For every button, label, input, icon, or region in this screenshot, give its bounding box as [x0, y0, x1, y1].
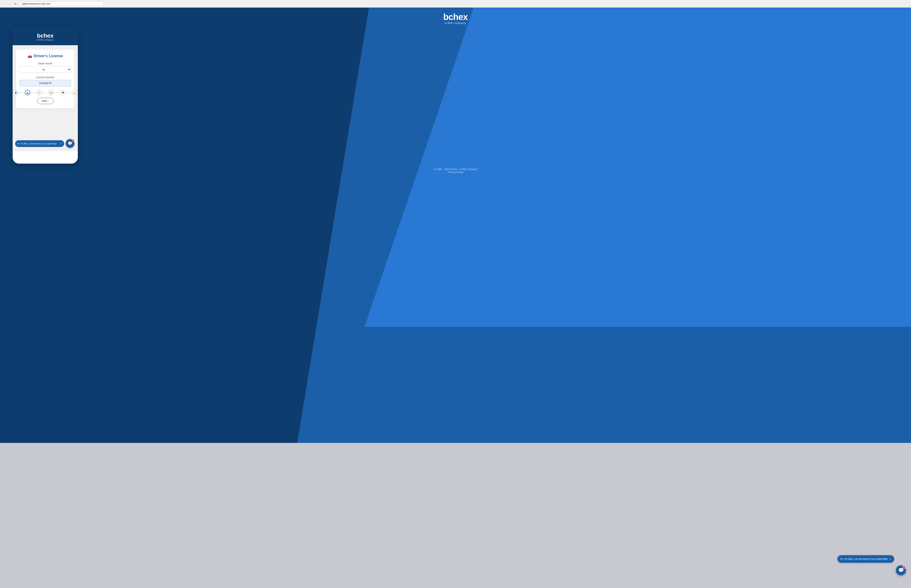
browser-chrome: ‹ › ↻ applicantexpress.bib.com	[0, 0, 911, 8]
phone-chat-tooltip: Hi, I'm Alex. Let me know if you need he…	[15, 140, 64, 147]
url-bar[interactable]: applicantexpress.bib.com	[19, 2, 104, 6]
phone-step-line-1	[18, 92, 25, 93]
site-logo: bchex a BIB company	[443, 13, 468, 24]
page-background: bchex a BIB company bchex a BIB company …	[0, 8, 911, 588]
phone-step-6: 👍	[72, 90, 78, 95]
refresh-button[interactable]: ↻	[13, 1, 18, 6]
phone-step-4: 🏠	[48, 90, 54, 95]
copyright-text: © 1995 - 2024 Bchex - A BIB Company	[0, 168, 911, 171]
chat-notification-badge	[903, 566, 906, 569]
phone-step-5: 🎓	[60, 90, 66, 95]
privacy-link[interactable]: Privacy Policy	[447, 171, 464, 174]
phone-next-button[interactable]: Next ›	[37, 98, 53, 104]
phone-step-2-active: 🚗	[25, 90, 30, 95]
phone-chat-button[interactable]: 💬	[66, 139, 74, 148]
back-button[interactable]: ‹	[3, 1, 6, 6]
phone-license-group: License Number	[19, 76, 71, 86]
phone-card-title-text: Driver's License	[34, 54, 63, 58]
phone-step-line-3	[42, 92, 48, 93]
phone-header: bchex a BIB company	[13, 27, 78, 45]
phone-logo-sub: a BIB company	[17, 39, 74, 41]
logo-text: bchex	[443, 13, 468, 21]
phone-card: 🚗 Driver's License State Issued IL CA TX…	[16, 49, 74, 108]
site-header: bchex a BIB company	[0, 8, 911, 29]
phone-step-line-4	[54, 92, 60, 93]
chat-tooltip: Hi, I'm Alex. Let me know if you need he…	[837, 555, 894, 563]
phone-step-1: 👤	[13, 90, 18, 95]
bg-shape-bottom	[0, 443, 911, 588]
chat-close-button[interactable]: ×	[890, 557, 891, 561]
phone-chat-badge	[72, 139, 74, 142]
logo-sub: a BIB company	[443, 21, 468, 24]
phone-body: 🚗 Driver's License State Issued IL CA TX…	[13, 45, 78, 146]
site-footer: © 1995 - 2024 Bchex - A BIB Company Priv…	[0, 164, 911, 175]
chat-tooltip-text: Hi, I'm Alex. Let me know if you need he…	[840, 557, 888, 561]
forward-button[interactable]: ›	[8, 1, 11, 6]
chat-button[interactable]: 💬	[896, 565, 906, 575]
phone-chat-text: Hi, I'm Alex. Let me know if you need he…	[17, 142, 57, 145]
mobile-mockup: bchex a BIB company 🚗 Driver's License S…	[13, 27, 78, 164]
phone-state-select[interactable]: IL CA TX NY	[19, 66, 71, 73]
phone-state-group: State Issued IL CA TX NY	[19, 62, 71, 73]
phone-step-line-2	[30, 92, 37, 93]
phone-chat-close[interactable]: ×	[60, 142, 62, 145]
phone-step-line-5	[66, 92, 72, 93]
phone-step-3: 🖼	[37, 90, 42, 95]
phone-card-title: 🚗 Driver's License	[19, 53, 71, 58]
phone-license-label: License Number	[19, 76, 71, 79]
phone-car-icon: 🚗	[27, 53, 32, 58]
phone-state-label: State Issued	[19, 62, 71, 65]
phone-chat-area: Hi, I'm Alex. Let me know if you need he…	[13, 146, 78, 151]
phone-license-input[interactable]	[19, 80, 71, 86]
phone-logo: bchex a BIB company	[17, 33, 74, 41]
phone-progress-steps: 👤 🚗 🖼 🏠 🎓 👍	[19, 90, 71, 95]
phone-logo-text: bchex	[17, 33, 74, 39]
